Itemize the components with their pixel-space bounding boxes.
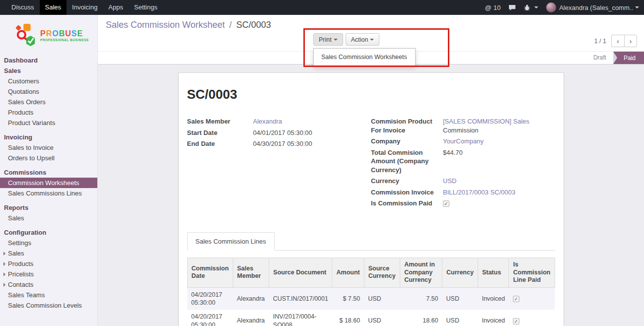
sidebar-item-contacts[interactable]: Contacts: [0, 279, 97, 290]
chat-bubble-icon: [508, 4, 516, 11]
cell-member: Alexandra: [233, 310, 269, 326]
record-title: SC/0003: [187, 87, 555, 102]
action-button[interactable]: Action: [346, 33, 380, 46]
company-link[interactable]: YourCompany: [443, 137, 484, 145]
menu-invoicing[interactable]: Invoicing: [67, 0, 103, 15]
status-step-paid[interactable]: Paid: [613, 52, 644, 64]
field-commission-product: Commision Product For Invoice [SALES COM…: [371, 117, 555, 134]
cell-currency: USD: [442, 287, 478, 310]
control-panel: Sales Commission Worksheet / SC/0003 Pri…: [98, 15, 644, 51]
chevron-down-icon: [635, 6, 639, 8]
sidebar-item-orders-to-upsell[interactable]: Orders to Upsell: [0, 153, 97, 163]
end-date-value: 04/30/2017 05:30:00: [253, 139, 371, 148]
sidebar-item-pricelists[interactable]: Pricelists: [0, 269, 97, 279]
field-label: Commision Product For Invoice: [371, 117, 443, 134]
column-header-source-currency: Source Currency: [364, 258, 400, 287]
field-commission-invoice: Commission Invoice BILL/2017/0003 SC/000…: [371, 188, 555, 197]
print-button[interactable]: Print: [313, 33, 343, 46]
tab-bar: Sales Commission Lines: [187, 232, 555, 251]
breadcrumb-separator: /: [229, 20, 232, 30]
column-header-commission-date: Commission Date: [187, 258, 233, 287]
sidebar-item-settings[interactable]: Settings: [0, 238, 97, 248]
breadcrumb: Sales Commission Worksheet / SC/0003: [106, 20, 271, 30]
sidebar-item-sales-orders[interactable]: Sales Orders: [0, 97, 97, 107]
commission-invoice-link[interactable]: BILL/2017/0003 SC/0003: [443, 189, 515, 196]
sidebar-section-commissions[interactable]: Commissions: [0, 167, 97, 178]
table-row[interactable]: 04/20/2017 05:30:00 Alexandra CUST.IN/20…: [187, 287, 555, 310]
sidebar-item-product-variants[interactable]: Product Variants: [0, 118, 97, 128]
user-menu[interactable]: Alexandra (Sales_comm..: [546, 2, 639, 12]
sidebar-item-reports-sales[interactable]: Sales: [0, 213, 97, 223]
sidebar-item-customers[interactable]: Customers: [0, 76, 97, 86]
app-menus: Discuss Sales Invoicing Apps Settings: [0, 0, 163, 15]
pager-previous-button[interactable]: ‹: [611, 35, 624, 47]
mention-counter[interactable]: @ 10: [485, 4, 501, 11]
chevron-down-icon: [370, 39, 374, 41]
menu-sales[interactable]: Sales: [40, 0, 67, 15]
field-label: Company: [371, 137, 443, 146]
chat-icon[interactable]: [508, 4, 516, 11]
form-sheet: SC/0003 Sales Member Alexandra Start Dat…: [178, 72, 564, 326]
sales-member-link[interactable]: Alexandra: [253, 118, 283, 125]
field-label: End Date: [187, 139, 253, 148]
cell-member: Alexandra: [233, 287, 269, 310]
menu-item-sales-commission-worksheets[interactable]: Sales Commission Worksheets: [314, 51, 415, 64]
sidebar-item-quotations[interactable]: Quotations: [0, 86, 97, 97]
caret-right-icon: [3, 283, 5, 287]
sidebar-section-configuration[interactable]: Configuration: [0, 227, 97, 238]
cell-status: Invoiced: [478, 287, 509, 310]
sidebar-item-config-sales[interactable]: Sales: [0, 248, 97, 259]
bug-icon: [524, 4, 530, 11]
menu-discuss[interactable]: Discuss: [6, 0, 40, 15]
line-paid-checkbox: ✓: [513, 296, 519, 302]
field-end-date: End Date 04/30/2017 05:30:00: [187, 139, 371, 148]
cell-date: 04/20/2017 05:30:00: [187, 310, 233, 326]
cell-source-currency: USD: [364, 287, 400, 310]
commission-product-rest: Commission: [443, 127, 479, 134]
sidebar-section-reports[interactable]: Reports: [0, 202, 97, 213]
sidebar-item-sales-commission-levels[interactable]: Sales Commission Levels: [0, 300, 97, 311]
field-label: Commission Invoice: [371, 188, 443, 197]
sidebar-section-invoicing[interactable]: Invoicing: [0, 132, 97, 142]
column-header-currency: Currency: [442, 258, 478, 287]
column-header-line-paid: Is Commission Line Paid: [509, 258, 555, 287]
user-name: Alexandra (Sales_comm..: [559, 4, 633, 11]
start-date-value: 04/01/2017 05:30:00: [253, 129, 371, 137]
field-currency: Currency USD: [371, 177, 555, 186]
cell-line-paid: ✓: [509, 287, 555, 310]
caret-right-icon: [3, 262, 5, 266]
field-is-commission-paid: Is Commission Paid ✓: [371, 199, 555, 208]
pager-value: 1 / 1: [594, 38, 606, 45]
sidebar-item-sales-to-invoice[interactable]: Sales to Invoice: [0, 142, 97, 153]
sidebar-item-sales-commissions-lines[interactable]: Sales Commissions Lines: [0, 188, 97, 198]
sidebar-item-config-products[interactable]: Products: [0, 259, 97, 269]
field-start-date: Start Date 04/01/2017 05:30:00: [187, 129, 371, 137]
tab-sales-commission-lines[interactable]: Sales Commission Lines: [187, 232, 275, 251]
column-header-sales-member: Sales Member: [233, 258, 269, 287]
currency-link[interactable]: USD: [443, 177, 456, 185]
avatar: [546, 2, 556, 12]
table-row[interactable]: 04/20/2017 05:30:00 Alexandra INV/2017/0…: [187, 310, 555, 326]
bug-menu[interactable]: [524, 4, 538, 11]
cell-source: CUST.IN/2017/0001: [269, 287, 332, 310]
sidebar-item-dashboard[interactable]: Dashboard: [0, 55, 97, 65]
menu-settings[interactable]: Settings: [129, 0, 163, 15]
status-step-draft[interactable]: Draft: [586, 52, 613, 64]
caret-right-icon: [3, 272, 5, 276]
topbar-systray: @ 10 Alexandra (Sales_comm..: [485, 0, 644, 15]
line-paid-checkbox: ✓: [513, 318, 519, 325]
logo-title: PROBUSE: [40, 29, 89, 38]
commission-product-link[interactable]: [SALES COMMISSION] Sales: [443, 118, 529, 125]
sidebar-item-commission-worksheets[interactable]: Commission Worksheets: [0, 178, 97, 188]
top-navbar: Discuss Sales Invoicing Apps Settings @ …: [0, 0, 644, 15]
sidebar-item-sales-teams[interactable]: Sales Teams: [0, 290, 97, 300]
pager-next-button[interactable]: ›: [624, 35, 637, 47]
table-header-row: Commission Date Sales Member Source Docu…: [187, 258, 555, 287]
breadcrumb-parent[interactable]: Sales Commission Worksheet: [106, 20, 225, 30]
sidebar-item-products[interactable]: Products: [0, 107, 97, 118]
action-buttons: Print Action: [313, 33, 379, 46]
sidebar-section-sales[interactable]: Sales: [0, 65, 97, 76]
menu-apps[interactable]: Apps: [103, 0, 129, 15]
cell-source-currency: USD: [364, 310, 400, 326]
cell-currency: USD: [442, 310, 478, 326]
